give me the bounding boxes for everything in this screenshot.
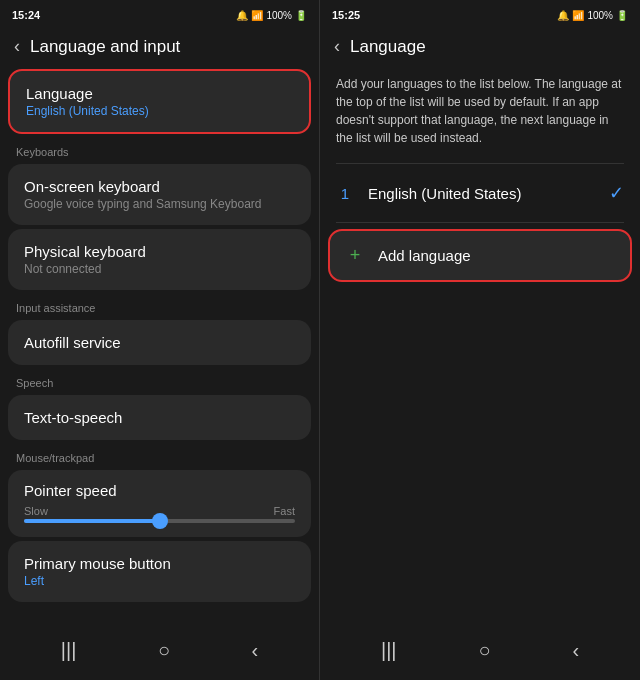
primary-mouse-item[interactable]: Primary mouse button Left <box>8 541 311 602</box>
mouse-section-label: Mouse/trackpad <box>0 442 319 468</box>
signal-icon-left: 📶 <box>251 10 263 21</box>
slider-fill <box>24 519 165 523</box>
tts-item[interactable]: Text-to-speech <box>8 395 311 440</box>
pointer-speed-title: Pointer speed <box>24 482 295 499</box>
left-panel: 15:24 🔔 📶 100% 🔋 ‹ Language and input La… <box>0 0 320 680</box>
bottom-nav-right: ||| ○ ‹ <box>320 625 640 680</box>
physical-keyboard-item[interactable]: Physical keyboard Not connected <box>8 229 311 290</box>
battery-label-left: 100% <box>266 10 292 21</box>
status-icons-right: 🔔 📶 100% 🔋 <box>557 10 628 21</box>
battery-label-right: 100% <box>587 10 613 21</box>
language-number: 1 <box>336 185 354 202</box>
add-language-item[interactable]: + Add language <box>328 229 632 282</box>
keyboards-section-label: Keyboards <box>0 136 319 162</box>
back-button-left[interactable]: ‹ <box>14 36 20 57</box>
on-screen-keyboard-item[interactable]: On-screen keyboard Google voice typing a… <box>8 164 311 225</box>
signal-icon-right: 📶 <box>572 10 584 21</box>
notification-icon-right: 🔔 <box>557 10 569 21</box>
primary-mouse-title: Primary mouse button <box>24 555 295 572</box>
language-title: Language <box>26 85 293 102</box>
slider-thumb[interactable] <box>152 513 168 529</box>
autofill-item[interactable]: Autofill service <box>8 320 311 365</box>
home-button-left[interactable]: ○ <box>142 635 186 666</box>
pointer-speed-item: Pointer speed Slow Fast <box>8 470 311 537</box>
language-name: English (United States) <box>368 185 595 202</box>
recents-button-left[interactable]: ||| <box>45 635 93 666</box>
language-check-icon: ✓ <box>609 182 624 204</box>
divider-bottom <box>336 222 624 223</box>
header-left: ‹ Language and input <box>0 28 319 67</box>
slider-slow-label: Slow <box>24 505 48 517</box>
home-button-right[interactable]: ○ <box>462 635 506 666</box>
header-right: ‹ Language <box>320 28 640 67</box>
tts-title: Text-to-speech <box>24 409 295 426</box>
primary-mouse-subtitle: Left <box>24 574 295 588</box>
page-title-left: Language and input <box>30 37 180 57</box>
language-description: Add your languages to the list below. Th… <box>320 67 640 159</box>
right-panel: 15:25 🔔 📶 100% 🔋 ‹ Language Add your lan… <box>320 0 640 680</box>
add-language-label: Add language <box>378 247 471 264</box>
back-nav-button-left[interactable]: ‹ <box>236 635 275 666</box>
on-screen-keyboard-subtitle: Google voice typing and Samsung Keyboard <box>24 197 295 211</box>
language-subtitle: English (United States) <box>26 104 293 118</box>
bottom-nav-left: ||| ○ ‹ <box>0 625 319 680</box>
slider-fast-label: Fast <box>274 505 295 517</box>
divider-top <box>336 163 624 164</box>
english-language-item[interactable]: 1 English (United States) ✓ <box>320 168 640 218</box>
speech-section-label: Speech <box>0 367 319 393</box>
back-button-right[interactable]: ‹ <box>334 36 340 57</box>
slider-track[interactable] <box>24 519 295 523</box>
notification-icon-left: 🔔 <box>236 10 248 21</box>
language-menu-item[interactable]: Language English (United States) <box>8 69 311 134</box>
autofill-title: Autofill service <box>24 334 295 351</box>
page-title-right: Language <box>350 37 426 57</box>
add-plus-icon: + <box>346 245 364 266</box>
time-left: 15:24 <box>12 9 40 21</box>
status-bar-right: 15:25 🔔 📶 100% 🔋 <box>320 0 640 28</box>
status-bar-left: 15:24 🔔 📶 100% 🔋 <box>0 0 319 28</box>
status-icons-left: 🔔 📶 100% 🔋 <box>236 10 307 21</box>
battery-icon-right: 🔋 <box>616 10 628 21</box>
on-screen-keyboard-title: On-screen keyboard <box>24 178 295 195</box>
back-nav-button-right[interactable]: ‹ <box>556 635 595 666</box>
time-right: 15:25 <box>332 9 360 21</box>
input-section-label: Input assistance <box>0 292 319 318</box>
recents-button-right[interactable]: ||| <box>365 635 413 666</box>
battery-icon-left: 🔋 <box>295 10 307 21</box>
physical-keyboard-title: Physical keyboard <box>24 243 295 260</box>
physical-keyboard-subtitle: Not connected <box>24 262 295 276</box>
